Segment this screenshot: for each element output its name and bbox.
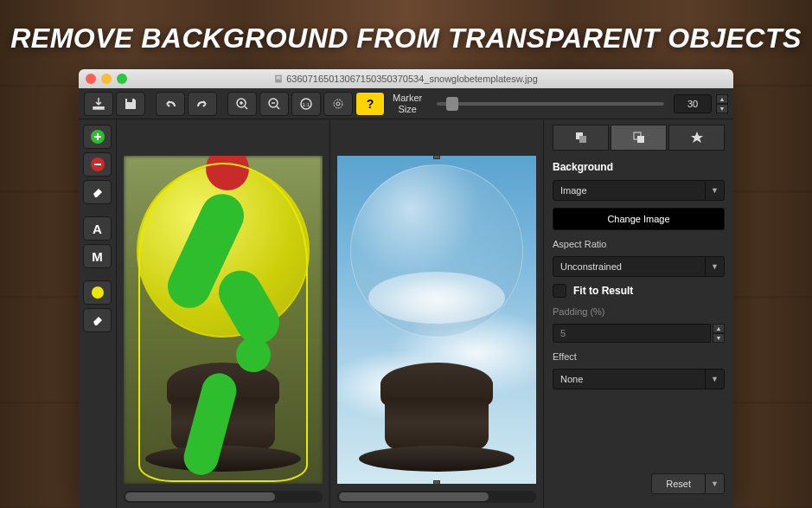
svg-point-6 — [334, 100, 342, 108]
panel-tabs — [553, 125, 725, 151]
padding-label: Padding (%) — [553, 306, 725, 317]
horizontal-scrollbar[interactable] — [124, 491, 323, 503]
dropdown-value: Unconstrained — [553, 257, 705, 276]
file-icon — [274, 74, 283, 83]
scrollbar-thumb[interactable] — [125, 492, 275, 501]
tab-favorites[interactable] — [668, 125, 725, 151]
zoom-in-button[interactable] — [227, 92, 257, 116]
window-filename: 63607165013067150350370534_snowglobetemp… — [79, 74, 733, 84]
stepper-down[interactable]: ▼ — [713, 333, 725, 343]
right-panel: Background Image ▼ Change Image Aspect R… — [543, 119, 733, 508]
manual-mode-button[interactable]: M — [83, 244, 112, 268]
marker-size-slider[interactable] — [437, 102, 664, 106]
zoom-out-button[interactable] — [259, 92, 289, 116]
stepper-down[interactable]: ▼ — [716, 104, 728, 113]
scrollbar-thumb[interactable] — [339, 492, 489, 501]
window-titlebar: 63607165013067150350370534_snowglobetemp… — [79, 69, 733, 88]
zoom-actual-button[interactable]: 1:1 — [291, 92, 321, 116]
padding-stepper: ▲ ▼ — [713, 324, 725, 343]
original-pane — [117, 119, 329, 508]
svg-rect-1 — [277, 76, 281, 80]
aspect-ratio-dropdown[interactable]: Unconstrained ▼ — [553, 256, 725, 277]
save-button[interactable] — [116, 92, 145, 116]
change-image-button[interactable]: Change Image — [553, 208, 725, 230]
yellow-marker-tool[interactable] — [83, 280, 112, 305]
eraser-tool[interactable] — [83, 180, 112, 204]
background-type-dropdown[interactable]: Image ▼ — [553, 180, 725, 201]
horizontal-scrollbar[interactable] — [337, 491, 536, 503]
help-button[interactable]: ? — [355, 92, 385, 116]
svg-rect-13 — [579, 136, 586, 143]
effect-dropdown[interactable]: None ▼ — [553, 369, 725, 389]
result-canvas[interactable] — [337, 156, 536, 484]
workspace: A M — [79, 119, 733, 508]
dropdown-value: None — [553, 370, 705, 389]
foreground-marker-stroke — [236, 338, 271, 372]
tab-background[interactable] — [611, 125, 667, 151]
left-toolbar: A M — [79, 119, 117, 508]
promo-headline: REMOVE BACKGROUND FROM TRANSPARENT OBJEC… — [0, 23, 812, 55]
svg-text:1:1: 1:1 — [303, 102, 310, 107]
fit-to-result-checkbox[interactable] — [553, 284, 566, 298]
svg-point-7 — [336, 102, 340, 106]
stepper-up[interactable]: ▲ — [716, 94, 728, 104]
reset-row: Reset ▼ — [553, 473, 725, 494]
marker-size-input[interactable] — [674, 94, 712, 113]
svg-text:?: ? — [367, 97, 374, 111]
crop-handle[interactable] — [433, 480, 440, 484]
snowglobe-result — [350, 164, 523, 338]
stepper-up[interactable]: ▲ — [713, 324, 725, 333]
chevron-down-icon: ▼ — [705, 257, 724, 276]
effect-label: Effect — [553, 351, 725, 362]
top-toolbar: 1:1 ? Marker Size ▲ ▼ — [79, 88, 733, 119]
tab-layers[interactable] — [553, 125, 609, 151]
slider-thumb[interactable] — [446, 97, 458, 111]
fit-to-result-row: Fit to Result — [553, 284, 725, 298]
app-window: 63607165013067150350370534_snowglobetemp… — [79, 69, 733, 508]
original-canvas[interactable] — [124, 156, 323, 484]
download-button[interactable] — [84, 92, 113, 116]
chevron-down-icon: ▼ — [705, 181, 724, 200]
fit-to-result-label: Fit to Result — [573, 285, 633, 297]
svg-point-11 — [92, 286, 104, 299]
reset-button[interactable]: Reset ▼ — [651, 473, 725, 494]
add-mark-tool[interactable] — [83, 125, 112, 149]
auto-mode-button[interactable]: A — [83, 216, 112, 241]
pedestal-result — [350, 363, 523, 484]
padding-input-row: ▲ ▼ — [553, 324, 725, 343]
remove-mark-tool[interactable] — [83, 152, 112, 177]
cleanup-eraser-tool[interactable] — [83, 308, 112, 332]
crop-handle[interactable] — [433, 156, 440, 159]
marker-size-label: Marker Size — [393, 93, 422, 113]
chevron-down-icon: ▼ — [705, 474, 724, 493]
canvas-area — [117, 119, 543, 508]
undo-button[interactable] — [156, 92, 185, 116]
dropdown-value: Image — [553, 181, 705, 200]
padding-input[interactable] — [553, 324, 711, 343]
svg-rect-15 — [637, 136, 644, 143]
zoom-fit-button[interactable] — [323, 92, 353, 116]
chevron-down-icon: ▼ — [705, 370, 724, 389]
result-pane — [330, 119, 543, 508]
redo-button[interactable] — [188, 92, 217, 116]
background-section-label: Background — [553, 161, 725, 173]
aspect-ratio-label: Aspect Ratio — [553, 239, 725, 249]
marker-size-stepper: ▲ ▼ — [716, 94, 728, 113]
